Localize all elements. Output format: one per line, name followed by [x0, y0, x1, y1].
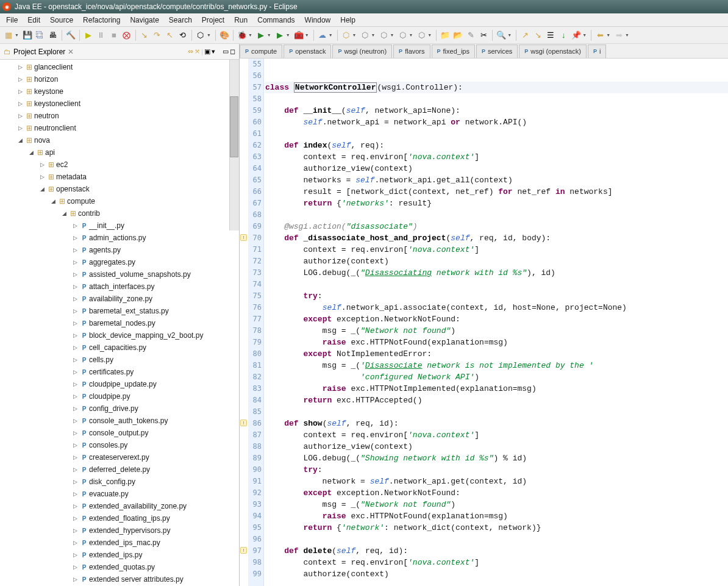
run-last-button[interactable]: ▶: [274, 29, 286, 41]
tree-item-extended-hypervisors-py[interactable]: ▷Pextended_hypervisors.py: [0, 524, 239, 537]
code-line-76[interactable]: self.network_api.associate(context, id, …: [265, 302, 728, 313]
code-line-84[interactable]: return exc.HTTPAccepted(): [265, 395, 728, 406]
tree-expand-arrow[interactable]: ▷: [16, 64, 24, 70]
code-line-99[interactable]: authorize(context): [265, 568, 728, 580]
tree-expand-arrow[interactable]: ▷: [71, 442, 79, 448]
minimize-icon[interactable]: ▭: [223, 48, 229, 55]
tree-item-nova[interactable]: ◢⊞nova: [0, 134, 239, 146]
editor-tab-i[interactable]: Pi: [588, 45, 606, 58]
tree-expand-arrow[interactable]: ▷: [16, 125, 24, 131]
menu-item-run[interactable]: Run: [229, 15, 252, 26]
tree-item-glanceclient[interactable]: ▷⊞glanceclient: [0, 61, 239, 73]
code-line-94[interactable]: raise exc.HTTPNotFound(explanation=msg): [265, 510, 728, 522]
pause-button[interactable]: ⏸: [95, 29, 107, 41]
tree-expand-arrow[interactable]: ▷: [71, 393, 79, 399]
tree-expand-arrow[interactable]: ▷: [71, 369, 79, 375]
tree-item-extended-server-attributes-py[interactable]: ▷Pextended server attributes.py: [0, 573, 239, 585]
ctx-button[interactable]: ⬡: [194, 29, 207, 41]
run-button[interactable]: ▶: [255, 29, 267, 41]
tree-expand-arrow[interactable]: ▷: [71, 381, 79, 387]
tree-expand-arrow[interactable]: ▷: [71, 430, 79, 436]
tree-expand-arrow[interactable]: ▷: [16, 88, 24, 95]
tree-expand-arrow[interactable]: ▷: [16, 101, 24, 107]
tree-expand-arrow[interactable]: ▷: [38, 174, 46, 180]
maximize-icon[interactable]: ◻: [230, 48, 235, 55]
tree-expand-arrow[interactable]: ▷: [71, 552, 79, 558]
tree-item-admin-actions-py[interactable]: ▷Padmin_actions.py: [0, 232, 239, 244]
tree-expand-arrow[interactable]: ▷: [71, 259, 79, 265]
code-line-88[interactable]: authorize_view(context): [265, 441, 728, 452]
save-all-button[interactable]: ⿻: [34, 29, 46, 41]
code-line-75[interactable]: try:: [265, 290, 728, 302]
menu-item-refactoring[interactable]: Refactoring: [78, 15, 125, 26]
code-line-61[interactable]: [265, 128, 728, 140]
tree-item-cells-py[interactable]: ▷Pcells.py: [0, 354, 239, 366]
code-line-58[interactable]: [265, 93, 728, 105]
tree-item-cell-capacities-py[interactable]: ▷Pcell_capacities.py: [0, 341, 239, 354]
nav-button-1[interactable]: ↗: [519, 29, 531, 41]
tree-item-metadata[interactable]: ▷⊞metadata: [0, 171, 239, 183]
code-line-57[interactable]: class NetworkController(wsgi.Controller)…: [265, 82, 728, 93]
tree-item-cloudpipe-py[interactable]: ▷Pcloudpipe.py: [0, 390, 239, 402]
menu-item-edit[interactable]: Edit: [23, 15, 45, 26]
tree-item-availability-zone-py[interactable]: ▷Pavailability_zone.py: [0, 293, 239, 305]
tree-item-openstack[interactable]: ◢⊞openstack: [0, 183, 239, 195]
code-line-67[interactable]: return {'networks': result}: [265, 198, 728, 209]
code-line-65[interactable]: networks = self.network_api.get_all(cont…: [265, 174, 728, 186]
code-line-96[interactable]: [265, 534, 728, 545]
tree-item-attach-interfaces-py[interactable]: ▷Pattach_interfaces.py: [0, 280, 239, 293]
tree-expand-arrow[interactable]: ▷: [16, 76, 24, 82]
code-line-80[interactable]: except NotImplementedError:: [265, 348, 728, 360]
ext-tools-button[interactable]: 🧰: [293, 29, 305, 41]
drop-frame-button[interactable]: ⟲: [177, 29, 189, 41]
tree-item-neutron[interactable]: ▷⊞neutron: [0, 110, 239, 122]
tree-item-baremetal-nodes-py[interactable]: ▷Pbaremetal_nodes.py: [0, 317, 239, 329]
editor-tab-compute[interactable]: Pcompute: [240, 45, 282, 58]
link-editor-icon[interactable]: ⤧: [194, 48, 200, 55]
task-button[interactable]: ⬡: [359, 29, 371, 41]
print-button[interactable]: 🖶: [47, 29, 59, 41]
code-line-68[interactable]: [265, 209, 728, 221]
tree-expand-arrow[interactable]: ◢: [60, 210, 68, 216]
tree-item-certificates-py[interactable]: ▷Pcertificates.py: [0, 366, 239, 378]
tree-item-api[interactable]: ◢⊞api: [0, 146, 239, 159]
tree-item-block-device-mapping-v2-boot-py[interactable]: ▷Pblock_device_mapping_v2_boot.py: [0, 329, 239, 341]
code-line-69[interactable]: @wsgi.action("disassociate"): [265, 221, 728, 232]
code-line-79[interactable]: raise exc.HTTPNotFound(explanation=msg): [265, 337, 728, 348]
tree-item-console-auth-tokens-py[interactable]: ▷Pconsole_auth_tokens.py: [0, 415, 239, 427]
tree-expand-arrow[interactable]: ▷: [71, 296, 79, 302]
tree-expand-arrow[interactable]: ◢: [27, 149, 35, 155]
ear-button[interactable]: ⬡: [377, 29, 390, 41]
editor-tab-wsgi--openstack-[interactable]: Pwsgi (openstack): [519, 45, 587, 58]
code-line-63[interactable]: context = req.environ['nova.context']: [265, 151, 728, 163]
tree-item-console-output-py[interactable]: ▷Pconsole_output.py: [0, 427, 239, 439]
tree-item-extended-quotas-py[interactable]: ▷Pextended_quotas.py: [0, 561, 239, 573]
tree-item-keystone[interactable]: ▷⊞keystone: [0, 85, 239, 98]
code-line-92[interactable]: except exception.NetworkNotFound:: [265, 487, 728, 499]
step-over-button[interactable]: ↷: [151, 29, 163, 41]
tree-expand-arrow[interactable]: ▷: [71, 284, 79, 290]
tree-expand-arrow[interactable]: ▷: [71, 540, 79, 546]
forward-button[interactable]: ➡: [613, 29, 625, 41]
tree-item-keystoneclient[interactable]: ▷⊞keystoneclient: [0, 98, 239, 110]
pin-button[interactable]: 📌: [570, 29, 582, 41]
code-line-89[interactable]: LOG.debug(_("Showing network with id %s"…: [265, 452, 728, 464]
nav-button-4[interactable]: ↓: [557, 29, 569, 41]
code-line-81[interactable]: msg = _('Disassociate network is not imp…: [265, 360, 728, 371]
tree-expand-arrow[interactable]: ◢: [49, 198, 57, 204]
tree-expand-arrow[interactable]: ▷: [71, 527, 79, 534]
focus-icon[interactable]: ▣: [204, 48, 210, 55]
nav-button-2[interactable]: ↘: [532, 29, 544, 41]
tree-item-extended-ips-py[interactable]: ▷Pextended_ips.py: [0, 549, 239, 561]
tree-expand-arrow[interactable]: ▷: [16, 113, 24, 119]
tree-item-horizon[interactable]: ▷⊞horizon: [0, 73, 239, 85]
code-line-60[interactable]: self.network_api = network_api or networ…: [265, 116, 728, 128]
tree-item-compute[interactable]: ◢⊞compute: [0, 195, 239, 207]
tree-scrollbar[interactable]: [229, 60, 239, 230]
war-button[interactable]: ⬡: [396, 29, 409, 41]
tree-item-contrib[interactable]: ◢⊞contrib: [0, 207, 239, 220]
code-line-82[interactable]: 'configured Network API'): [265, 371, 728, 383]
menu-item-file[interactable]: File: [1, 15, 23, 26]
step-into-button[interactable]: ↘: [138, 29, 151, 41]
new-folder-button[interactable]: 📂: [452, 29, 464, 41]
